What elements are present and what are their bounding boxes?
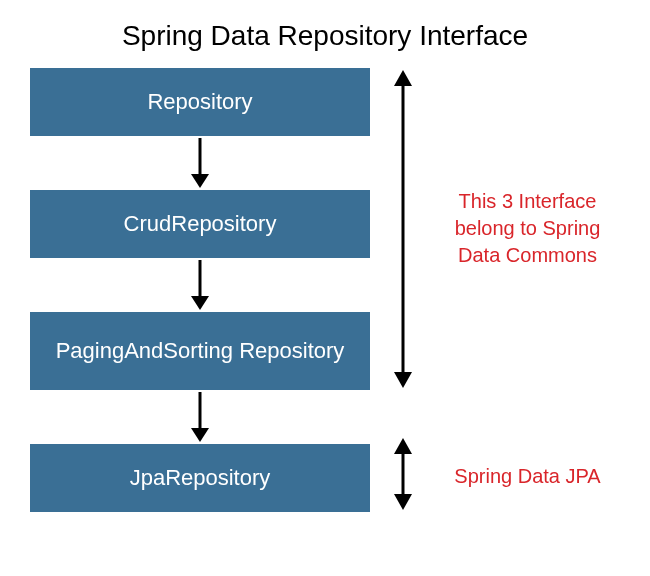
annotation-commons: This 3 Interface belong to Spring Data C… (435, 188, 620, 269)
box-paging-sorting-repository: PagingAndSorting Repository (30, 312, 370, 390)
bracket-arrow-jpa (390, 438, 416, 510)
arrow-down-icon (30, 390, 370, 444)
bracket-arrow-commons (390, 70, 416, 388)
box-jpa-repository: JpaRepository (30, 444, 370, 512)
arrow-down-icon (30, 258, 370, 312)
box-label: PagingAndSorting Repository (56, 338, 345, 364)
svg-marker-7 (394, 70, 412, 86)
svg-marker-10 (394, 438, 412, 454)
hierarchy-column: Repository CrudRepository PagingAndSorti… (30, 68, 370, 512)
svg-marker-8 (394, 372, 412, 388)
annotation-jpa: Spring Data JPA (435, 463, 620, 490)
svg-marker-11 (394, 494, 412, 510)
box-label: JpaRepository (130, 465, 271, 491)
diagram-area: Repository CrudRepository PagingAndSorti… (30, 68, 620, 558)
diagram-title: Spring Data Repository Interface (0, 0, 650, 52)
box-label: Repository (147, 89, 252, 115)
arrow-down-icon (30, 136, 370, 190)
box-label: CrudRepository (124, 211, 277, 237)
svg-marker-5 (191, 428, 209, 442)
svg-marker-1 (191, 174, 209, 188)
box-repository: Repository (30, 68, 370, 136)
svg-marker-3 (191, 296, 209, 310)
box-crud-repository: CrudRepository (30, 190, 370, 258)
